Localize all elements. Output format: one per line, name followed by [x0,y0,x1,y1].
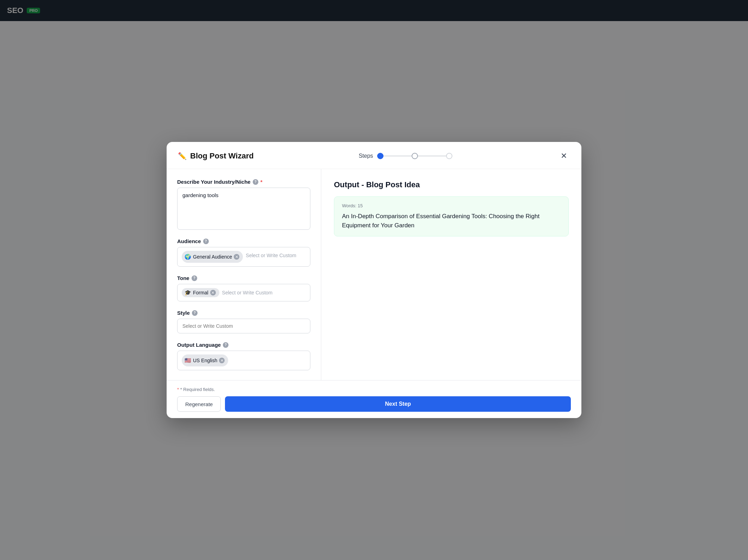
footer-buttons: Regenerate Next Step [177,396,571,412]
modal-body: Describe Your Industry/Niche ? * gardeni… [167,169,581,380]
tone-label-text: Tone [177,275,189,281]
output-card: Words: 15 An In-Depth Comparison of Esse… [334,196,569,236]
required-star: * [177,387,179,392]
next-step-button[interactable]: Next Step [225,396,571,412]
audience-label: Audience ? [177,238,310,244]
tone-help-icon[interactable]: ? [192,275,197,281]
tone-tag-text: Formal [193,290,208,295]
style-input[interactable] [177,319,310,333]
style-label: Style ? [177,310,310,316]
industry-required-star: * [260,179,263,185]
audience-tag-input[interactable]: 🌍 General Audience ✕ Select or Write Cus… [177,247,310,267]
regenerate-button[interactable]: Regenerate [177,396,221,412]
audience-tag-text: General Audience [193,254,232,260]
industry-help-icon[interactable]: ? [253,179,258,185]
language-label-text: Output Language [177,342,221,348]
language-tag-input[interactable]: 🇺🇸 US English ✕ [177,351,310,370]
step-dot-2[interactable] [412,153,418,159]
left-footer: * * Required fields. Regenerate Next Ste… [167,380,581,418]
output-text: An In-Depth Comparison of Essential Gard… [342,212,561,230]
language-label: Output Language ? [177,342,310,348]
tone-tag-emoji: 🎓 [185,289,191,296]
modal-title-area: ✏️ Blog Post Wizard [178,151,254,161]
modal-header: ✏️ Blog Post Wizard Steps ✕ [167,142,581,169]
industry-label: Describe Your Industry/Niche ? * [177,179,310,185]
pencil-icon: ✏️ [178,152,187,160]
steps-area: Steps [359,153,452,159]
step-line-1 [383,156,412,156]
industry-textarea[interactable]: gardening tools [177,188,310,230]
tone-tag: 🎓 Formal ✕ [182,288,219,297]
audience-field-group: Audience ? 🌍 General Audience ✕ Select o… [177,238,310,267]
modal-title: Blog Post Wizard [190,151,254,161]
tone-tag-remove[interactable]: ✕ [210,290,216,295]
style-label-text: Style [177,310,190,316]
steps-label: Steps [359,153,373,159]
step-line-2 [418,156,446,156]
steps-track [377,153,452,159]
audience-tag-remove[interactable]: ✕ [234,254,239,260]
left-panel: Describe Your Industry/Niche ? * gardeni… [167,169,321,380]
step-dot-1[interactable] [377,153,383,159]
audience-tag: 🌍 General Audience ✕ [182,251,243,263]
language-field-group: Output Language ? 🇺🇸 US English ✕ [177,342,310,370]
language-tag-emoji: 🇺🇸 [185,357,191,364]
industry-label-text: Describe Your Industry/Niche [177,179,251,185]
language-tag-text: US English [193,358,217,363]
tone-label: Tone ? [177,275,310,281]
required-note: * * Required fields. [177,387,571,392]
right-panel: Output - Blog Post Idea Words: 15 An In-… [321,169,581,380]
tone-tag-input[interactable]: 🎓 Formal ✕ Select or Write Custom [177,284,310,301]
audience-placeholder: Select or Write Custom [246,251,296,263]
style-help-icon[interactable]: ? [192,310,198,316]
tone-placeholder: Select or Write Custom [222,288,273,297]
required-note-text: * Required fields. [180,387,215,392]
audience-label-text: Audience [177,238,201,244]
blog-post-wizard-modal: ✏️ Blog Post Wizard Steps ✕ Describe You… [167,142,581,418]
style-field-group: Style ? [177,310,310,333]
language-tag-remove[interactable]: ✕ [219,358,225,363]
industry-field-group: Describe Your Industry/Niche ? * gardeni… [177,179,310,230]
output-title: Output - Blog Post Idea [334,180,569,189]
step-dot-3[interactable] [446,153,452,159]
audience-help-icon[interactable]: ? [203,239,209,244]
output-words: Words: 15 [342,203,561,208]
tone-field-group: Tone ? 🎓 Formal ✕ Select or Write Custom [177,275,310,301]
language-help-icon[interactable]: ? [223,342,228,348]
close-button[interactable]: ✕ [557,150,570,162]
audience-tag-emoji: 🌍 [185,254,191,260]
language-tag: 🇺🇸 US English ✕ [182,354,228,366]
